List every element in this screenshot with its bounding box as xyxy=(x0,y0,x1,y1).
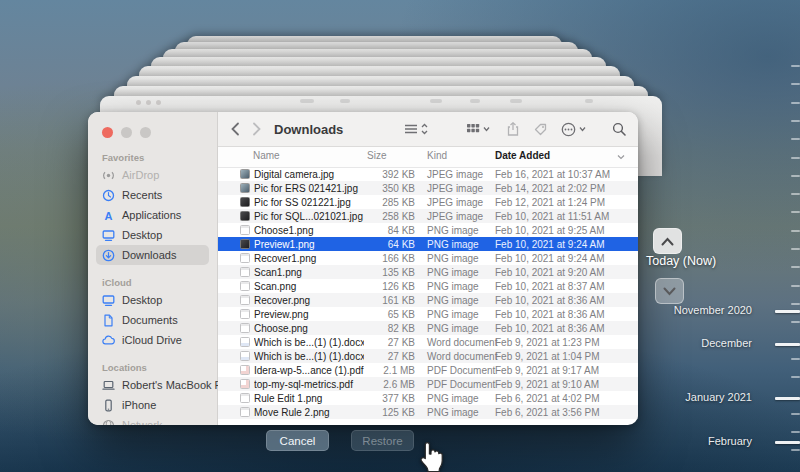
timeline-tick[interactable] xyxy=(791,376,800,378)
timeline-tick[interactable] xyxy=(791,65,800,67)
sidebar-item-robert-s-macbook-pro[interactable]: Robert's MacBook Pro xyxy=(96,375,209,395)
file-icon xyxy=(240,365,250,375)
file-list: Digital camera.jpg392 KBJPEG imageFeb 16… xyxy=(218,167,638,425)
timeline-tick[interactable] xyxy=(791,157,800,159)
table-row[interactable]: top-my-sql-metrics.pdf2.6 MBPDF Document… xyxy=(218,377,638,391)
chevron-down-icon[interactable] xyxy=(617,151,625,162)
table-row[interactable]: Recover1.png166 KBPNG imageFeb 10, 2021 … xyxy=(218,251,638,265)
sidebar-item-desktop[interactable]: Desktop xyxy=(96,290,209,310)
timeline-up-button[interactable] xyxy=(653,228,682,254)
timeline-tick[interactable] xyxy=(791,321,800,323)
table-row[interactable]: Pic for SQL...021021.jpg258 KBJPEG image… xyxy=(218,209,638,223)
sidebar-item-network[interactable]: Network xyxy=(96,415,209,425)
timeline-tick-major[interactable] xyxy=(775,397,800,400)
timeline-tick[interactable] xyxy=(791,431,800,433)
file-date: Feb 10, 2021 at 9:24 AM xyxy=(495,253,605,264)
sidebar-item-documents[interactable]: Documents xyxy=(96,310,209,330)
timeline-tick[interactable] xyxy=(791,175,800,177)
sidebar-item-label: iPhone xyxy=(122,399,156,411)
timeline-tick-major[interactable] xyxy=(775,441,800,444)
file-size: 84 KB xyxy=(338,225,415,236)
timeline-month-label[interactable]: November 2020 xyxy=(622,304,752,316)
timeline-tick-major[interactable] xyxy=(775,310,800,313)
sidebar-item-desktop[interactable]: Desktop xyxy=(96,225,209,245)
column-header-date-added[interactable]: Date Added xyxy=(495,150,550,161)
table-row[interactable]: Rule Edit 1.png377 KBPNG imageFeb 6, 202… xyxy=(218,391,638,405)
file-date: Feb 10, 2021 at 8:36 AM xyxy=(495,323,605,334)
timeline-tick[interactable] xyxy=(791,266,800,268)
table-row[interactable]: Pic for ERS 021421.jpg350 KBJPEG imageFe… xyxy=(218,181,638,195)
sidebar-item-downloads[interactable]: Downloads xyxy=(96,245,209,265)
timeline-tick[interactable] xyxy=(791,449,800,451)
table-row[interactable]: Choose.png82 KBPNG imageFeb 10, 2021 at … xyxy=(218,321,638,335)
search-icon[interactable] xyxy=(612,112,626,146)
sidebar-item-recents[interactable]: Recents xyxy=(96,185,209,205)
share-icon[interactable] xyxy=(507,112,519,146)
file-icon xyxy=(240,379,250,389)
file-browser: Downloads Name S xyxy=(218,112,638,425)
group-view-icon[interactable] xyxy=(466,112,490,146)
table-row[interactable]: Preview.png65 KBPNG imageFeb 10, 2021 at… xyxy=(218,307,638,321)
table-row[interactable]: Pic for SS 021221.jpg285 KBJPEG imageFeb… xyxy=(218,195,638,209)
table-row[interactable]: Choose1.png84 KBPNG imageFeb 10, 2021 at… xyxy=(218,223,638,237)
file-date: Feb 14, 2021 at 2:02 PM xyxy=(495,183,605,194)
table-row[interactable]: Move Rule 2.png125 KBPNG imageFeb 6, 202… xyxy=(218,405,638,419)
timeline-tick[interactable] xyxy=(791,211,800,213)
table-row[interactable]: Which is be...(1) (1).docx27 KBWord docu… xyxy=(218,335,638,349)
close-button[interactable] xyxy=(102,127,113,138)
timeline-tick[interactable] xyxy=(791,193,800,195)
table-row[interactable]: Digital camera.jpg392 KBJPEG imageFeb 16… xyxy=(218,167,638,181)
timeline-down-button[interactable] xyxy=(655,278,684,304)
file-icon xyxy=(240,197,250,207)
file-date: Feb 9, 2021 at 1:04 PM xyxy=(495,351,600,362)
table-row[interactable]: Which is be...(1) (1).docx27 KBWord docu… xyxy=(218,349,638,363)
zoom-button[interactable] xyxy=(140,127,151,138)
sidebar-section-label: Locations xyxy=(88,358,217,375)
table-header: Name Size Kind Date Added xyxy=(218,147,638,168)
timeline-tick[interactable] xyxy=(791,413,800,415)
file-size: 135 KB xyxy=(338,267,415,278)
list-view-icon[interactable] xyxy=(404,112,428,146)
back-icon[interactable] xyxy=(230,112,240,146)
timeline-tick[interactable] xyxy=(791,230,800,232)
timeline-month-label[interactable]: February xyxy=(622,435,752,447)
table-row[interactable]: Idera-wp-5...ance (1).pdf2.1 MBPDF Docum… xyxy=(218,363,638,377)
timeline-tick[interactable] xyxy=(791,285,800,287)
column-header-size[interactable]: Size xyxy=(367,150,386,161)
file-date: Feb 9, 2021 at 9:17 AM xyxy=(495,365,599,376)
table-row[interactable]: Preview1.png64 KBPNG imageFeb 10, 2021 a… xyxy=(218,237,638,251)
restore-button[interactable]: Restore xyxy=(351,430,414,451)
minimize-button[interactable] xyxy=(121,127,132,138)
timeline-month-label[interactable]: January 2021 xyxy=(622,391,752,403)
timeline-tick[interactable] xyxy=(791,303,800,305)
column-header-kind[interactable]: Kind xyxy=(427,150,447,161)
file-kind: PNG image xyxy=(427,239,479,250)
file-size: 285 KB xyxy=(338,197,415,208)
table-row[interactable]: Scan1.png135 KBPNG imageFeb 10, 2021 at … xyxy=(218,265,638,279)
timeline-tick[interactable] xyxy=(791,83,800,85)
table-row[interactable]: Recover.png161 KBPNG imageFeb 10, 2021 a… xyxy=(218,293,638,307)
timeline-tick-major[interactable] xyxy=(775,343,800,346)
cancel-button[interactable]: Cancel xyxy=(266,430,329,451)
table-row[interactable]: Scan.png126 KBPNG imageFeb 10, 2021 at 8… xyxy=(218,279,638,293)
sidebar-item-airdrop[interactable]: AirDrop xyxy=(96,165,209,185)
sidebar-item-icloud-drive[interactable]: iCloud Drive xyxy=(96,330,209,350)
file-size: 161 KB xyxy=(338,295,415,306)
file-icon xyxy=(240,281,250,291)
timeline-tick[interactable] xyxy=(791,102,800,104)
file-date: Feb 6, 2021 at 3:56 PM xyxy=(495,407,600,418)
timeline-tick[interactable] xyxy=(791,138,800,140)
more-actions-icon[interactable] xyxy=(561,112,586,146)
tag-icon[interactable] xyxy=(534,112,547,146)
file-date: Feb 9, 2021 at 9:10 AM xyxy=(495,379,599,390)
sidebar-item-iphone[interactable]: iPhone xyxy=(96,395,209,415)
forward-icon[interactable] xyxy=(252,112,262,146)
file-icon xyxy=(240,253,250,263)
timeline-tick[interactable] xyxy=(791,120,800,122)
timeline-tick[interactable] xyxy=(791,248,800,250)
iphone-icon xyxy=(102,399,115,412)
column-header-name[interactable]: Name xyxy=(253,150,280,161)
timeline-tick[interactable] xyxy=(791,358,800,360)
sidebar-item-applications[interactable]: AApplications xyxy=(96,205,209,225)
timeline-month-label[interactable]: December xyxy=(622,337,752,349)
